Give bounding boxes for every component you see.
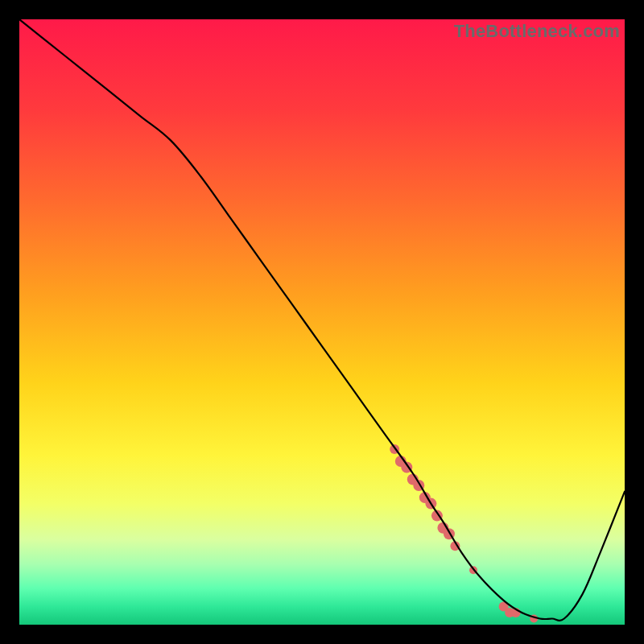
chart-background (19, 19, 625, 625)
plot-area: TheBottleneck.com (19, 19, 625, 625)
chart-frame: TheBottleneck.com (0, 0, 644, 644)
watermark-text: TheBottleneck.com (454, 21, 620, 42)
chart-svg (19, 19, 625, 625)
